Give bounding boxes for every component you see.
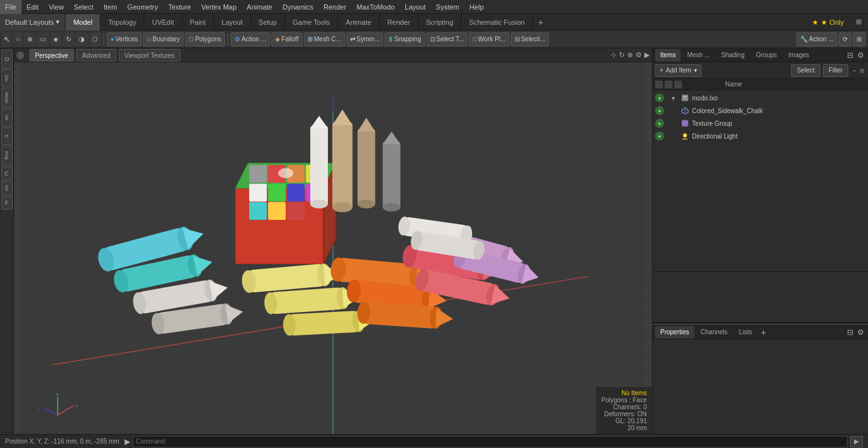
tab-schematic-fusion[interactable]: Schematic Fusion	[461, 14, 532, 31]
menu-system[interactable]: System	[431, 0, 465, 14]
right-panel-expand-icon[interactable]: ⊟	[846, 51, 855, 60]
polygons-btn[interactable]: ⬡ Polygons	[185, 32, 225, 46]
item-eye-modo[interactable]: ●	[655, 93, 664, 102]
kits-btn[interactable]: 🔧 Action ...	[796, 32, 837, 46]
tool-rect-btn[interactable]: ▭	[37, 32, 49, 46]
refresh-btn[interactable]: ⟳	[839, 32, 851, 46]
tab-setup[interactable]: Setup	[251, 14, 285, 31]
right-tab-shading[interactable]: Shading	[716, 49, 750, 62]
left-tool-dup[interactable]: Du	[1, 69, 13, 87]
select-type-btn[interactable]: ⊡ Select T...	[426, 32, 468, 46]
left-tool-poly[interactable]: Poly	[1, 146, 13, 166]
menu-edit[interactable]: Edit	[22, 0, 44, 14]
item-expand-arrow[interactable]: ▾	[672, 95, 678, 102]
left-tool-d[interactable]: D	[1, 50, 13, 69]
viewport-settings-icon[interactable]: ⚙	[635, 51, 642, 59]
tool-circle-btn[interactable]: ○	[13, 32, 23, 46]
viewport-more-icon[interactable]: ▶	[644, 51, 649, 59]
item-modo-lxo[interactable]: ● ▾ modo.lxo	[653, 92, 868, 104]
tab-topology[interactable]: Topology	[100, 14, 144, 31]
menu-file[interactable]: File	[0, 0, 22, 14]
menu-item[interactable]: Item	[98, 0, 122, 14]
tool-half-btn[interactable]: ◑	[76, 32, 88, 46]
right-toolbar-settings-icon[interactable]: ≡	[859, 67, 865, 74]
item-eye-chalk[interactable]: ●	[655, 106, 664, 115]
right-tab-images[interactable]: Images	[783, 49, 815, 62]
work-plane-btn[interactable]: □ Work Pl...	[469, 32, 509, 46]
tab-scripting[interactable]: Scripting	[419, 14, 462, 31]
tab-game-tools[interactable]: Game Tools	[285, 14, 339, 31]
tool-lasso-btn[interactable]: ◈	[50, 32, 62, 46]
viewport-zoom-icon[interactable]: ⊕	[627, 51, 633, 59]
right-tab-groups[interactable]: Groups	[751, 49, 782, 62]
symm-btn[interactable]: ⇄ Symm...	[346, 32, 384, 46]
left-tool-uv[interactable]: UV	[1, 181, 13, 195]
tool-rotate-btn[interactable]: ↻	[63, 32, 74, 46]
command-execute-button[interactable]: ▶	[850, 436, 863, 447]
snapping-btn[interactable]: ⊻ Snapping	[384, 32, 424, 46]
falloff-btn[interactable]: ◈ Falloff	[271, 32, 302, 46]
left-tool-mesh[interactable]: Mesh	[1, 88, 13, 108]
menu-dynamics[interactable]: Dynamics	[278, 0, 318, 14]
right-panel-settings-icon[interactable]: ⚙	[856, 51, 865, 60]
tab-viewport-textures[interactable]: Viewport Textures	[119, 49, 180, 62]
menu-maxtomodo[interactable]: MaxToModo	[351, 0, 400, 14]
left-tool-c[interactable]: C	[1, 166, 13, 180]
bottom-expand-icon[interactable]: ⊟	[846, 328, 855, 337]
viewport-rotate-icon[interactable]: ↻	[619, 51, 625, 59]
vertices-btn[interactable]: ● Vertices	[107, 32, 142, 46]
item-eye-light[interactable]: ●	[655, 132, 664, 140]
tab-model[interactable]: Model	[65, 14, 100, 31]
filter-btn[interactable]: Filter	[823, 64, 848, 77]
command-arrow[interactable]: ▶	[125, 437, 130, 446]
item-directional-light[interactable]: ● Directional Light	[653, 130, 868, 142]
tab-layout[interactable]: Layout	[214, 14, 251, 31]
left-tool-vert[interactable]: Ve	[1, 109, 13, 126]
tab-perspective[interactable]: Perspective	[29, 49, 74, 62]
command-input[interactable]	[133, 436, 848, 447]
item-eye-texture[interactable]: ●	[655, 119, 664, 128]
boundary-btn[interactable]: ◇ Boundary	[143, 32, 184, 46]
menu-layout[interactable]: Layout	[400, 0, 431, 14]
left-tool-edge[interactable]: E	[1, 127, 13, 145]
layout-expand-button[interactable]: ⊞	[849, 18, 868, 26]
viewport-canvas[interactable]: X Y Z No Items Polygons : Face Channels:…	[14, 62, 652, 434]
menu-texture[interactable]: Texture	[163, 0, 196, 14]
rbt-lists[interactable]: Lists	[734, 326, 757, 339]
action-btn[interactable]: ⚙ Action ...	[231, 32, 270, 46]
tab-animate[interactable]: Animate	[338, 14, 379, 31]
viewport-menu-btn[interactable]	[17, 51, 24, 59]
select-btn[interactable]: Select	[791, 64, 820, 77]
add-item-button[interactable]: + Add Item ▾	[655, 64, 702, 77]
items-toggle-icon[interactable]	[665, 81, 672, 88]
right-tab-items[interactable]: Items	[655, 49, 681, 62]
layout-dropdown[interactable]: Default Layouts ▾	[0, 14, 65, 31]
items-filter-icon[interactable]	[674, 81, 682, 88]
rbt-properties[interactable]: Properties	[655, 326, 695, 339]
add-bottom-tab-button[interactable]: +	[758, 327, 768, 337]
add-layout-tab-button[interactable]: +	[533, 14, 548, 31]
tool-hex-btn[interactable]: ⬡	[89, 32, 101, 46]
right-toolbar-minus-icon[interactable]: −	[851, 67, 857, 74]
item-texture-group[interactable]: ● Texture Group	[653, 117, 868, 130]
grid-view-btn[interactable]: ⊞	[853, 32, 865, 46]
rbt-channels[interactable]: Channels	[696, 326, 733, 339]
menu-render[interactable]: Render	[318, 0, 351, 14]
mesh-btn[interactable]: ⊞ Mesh C...	[304, 32, 345, 46]
right-tab-mesh[interactable]: Mesh ...	[682, 49, 715, 62]
menu-view[interactable]: View	[44, 0, 69, 14]
menu-help[interactable]: Help	[465, 0, 489, 14]
menu-geometry[interactable]: Geometry	[122, 0, 163, 14]
bottom-settings-icon[interactable]: ⚙	[856, 328, 865, 337]
tool-crosshair-btn[interactable]: ⊕	[24, 32, 36, 46]
left-tool-f[interactable]: F	[1, 196, 13, 210]
menu-select[interactable]: Select	[69, 0, 98, 14]
item-sidewalk-chalk[interactable]: ● Colored_Sidewalk_Chalk	[653, 104, 868, 117]
tool-select-btn[interactable]: ↖	[3, 32, 11, 46]
tab-advanced[interactable]: Advanced	[76, 49, 116, 62]
tab-paint[interactable]: Paint	[182, 14, 214, 31]
tab-render[interactable]: Render	[379, 14, 418, 31]
menu-vertex-map[interactable]: Vertex Map	[196, 0, 242, 14]
viewport-transform-icon[interactable]: ⊹	[611, 51, 616, 59]
items-add-icon[interactable]	[655, 81, 663, 88]
